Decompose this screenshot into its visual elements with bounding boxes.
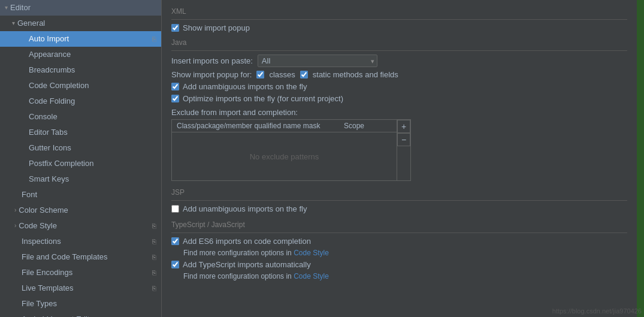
xml-show-import-popup-label: Show import popup [183, 23, 250, 32]
sidebar-item-font[interactable]: Font [0, 187, 161, 203]
general-chevron-icon: ▾ [12, 17, 15, 29]
color-scheme-chevron-icon: › [14, 204, 16, 216]
sidebar-item-live-templates[interactable]: Live Templates ⎘ [0, 280, 161, 296]
sidebar-item-appearance[interactable]: Appearance [0, 47, 161, 62]
sidebar-editor-tabs-label: Editor Tabs [29, 126, 68, 138]
sidebar-item-android-layout-editor[interactable]: Android Layout Editor [0, 312, 161, 317]
show-import-classes-checkbox[interactable] [256, 71, 264, 79]
sidebar-code-completion-label: Code Completion [29, 80, 89, 92]
exclude-table-header: Class/package/member qualified name mask… [172, 120, 397, 132]
table-col2: Scope [344, 122, 392, 130]
ts-section-label: TypeScript / JavaScript [171, 221, 627, 229]
ts-add-ts-row: Add TypeScript imports automatically [171, 260, 627, 269]
sidebar-code-style-label: Code Style [19, 220, 57, 232]
table-remove-button[interactable]: − [397, 133, 410, 146]
jsp-divider [171, 200, 627, 201]
sidebar-file-encodings-label: File Encodings [22, 267, 72, 279]
sidebar-live-templates-label: Live Templates [22, 282, 73, 294]
sidebar-item-general[interactable]: ▾ General [0, 16, 161, 31]
table-side-buttons: + − [397, 119, 411, 181]
ts-add-es6-row: Add ES6 imports on code completion [171, 237, 627, 246]
add-unambiguous-checkbox[interactable] [171, 83, 179, 90]
live-templates-copy-icon: ⎘ [152, 282, 156, 294]
file-code-templates-copy-icon: ⎘ [152, 251, 156, 263]
java-divider [171, 50, 627, 51]
show-import-static-label: static methods and fields [313, 70, 398, 79]
ts-add-es6-checkbox[interactable] [171, 237, 179, 245]
java-section-label: Java [171, 38, 627, 47]
settings-main-content: XML Show import popup Java Insert import… [162, 0, 637, 317]
exclude-table-body: No exclude patterns [172, 132, 397, 180]
sidebar-file-types-label: File Types [22, 298, 57, 310]
insert-imports-row: Insert imports on paste: All Ask None [171, 55, 627, 67]
exclude-table-wrapper: Class/package/member qualified name mask… [171, 119, 411, 181]
sidebar-item-code-folding[interactable]: Code Folding [0, 93, 161, 109]
sidebar-item-inspections[interactable]: Inspections ⎘ [0, 234, 161, 249]
copy-icon: ⎘ [152, 33, 156, 45]
sidebar-item-smart-keys[interactable]: Smart Keys [0, 171, 161, 187]
table-add-button[interactable]: + [397, 120, 410, 133]
watermark-text: https://blog.csdn.net/jia970426 [552, 307, 642, 315]
ts-section: TypeScript / JavaScript Add ES6 imports … [171, 221, 627, 280]
show-import-popup-label: Show import popup for: [171, 70, 252, 79]
sidebar-console-label: Console [29, 111, 58, 123]
code-style-copy-icon: ⎘ [152, 220, 156, 232]
ts-add-ts-checkbox[interactable] [171, 261, 179, 268]
xml-show-import-popup-checkbox[interactable] [171, 24, 179, 32]
xml-section-label: XML [171, 7, 627, 16]
sidebar-item-breadcrumbs[interactable]: Breadcrumbs [0, 62, 161, 78]
exclude-label: Exclude from import and completion: [171, 108, 298, 117]
table-col1: Class/package/member qualified name mask [177, 122, 344, 130]
xml-divider [171, 19, 627, 20]
sidebar-font-label: Font [22, 189, 37, 201]
sidebar-code-folding-label: Code Folding [29, 95, 75, 107]
optimize-imports-checkbox[interactable] [171, 95, 179, 102]
exclude-table: Class/package/member qualified name mask… [171, 119, 397, 181]
optimize-imports-label: Optimize imports on the fly (for current… [183, 94, 343, 103]
sidebar-item-console[interactable]: Console [0, 109, 161, 125]
ts-find-more1-row: Find more configuration options in Code … [183, 249, 627, 257]
sidebar-postfix-completion-label: Postfix Completion [29, 158, 93, 170]
sidebar-item-postfix-completion[interactable]: Postfix Completion [0, 156, 161, 171]
ts-find-more1-text: Find more configuration options in [183, 249, 292, 257]
jsp-add-unambiguous-label: Add unambiguous imports on the fly [183, 204, 307, 213]
settings-sidebar: ▾ Editor ▾ General Auto Import ⎘ Appeara… [0, 0, 162, 317]
sidebar-smart-keys-label: Smart Keys [29, 173, 69, 185]
editor-chevron-icon: ▾ [5, 2, 8, 14]
ts-add-ts-label: Add TypeScript imports automatically [183, 260, 311, 269]
sidebar-item-editor-tabs[interactable]: Editor Tabs [0, 125, 161, 140]
sidebar-item-auto-import[interactable]: Auto Import ⎘ [0, 31, 161, 47]
sidebar-breadcrumbs-label: Breadcrumbs [29, 64, 75, 76]
sidebar-item-code-style[interactable]: › Code Style ⎘ [0, 218, 161, 234]
sidebar-item-file-types[interactable]: File Types [0, 296, 161, 312]
sidebar-item-color-scheme[interactable]: › Color Scheme [0, 203, 161, 218]
sidebar-gutter-icons-label: Gutter Icons [29, 142, 71, 154]
add-unambiguous-row: Add unambiguous imports on the fly [171, 82, 627, 91]
insert-imports-select[interactable]: All Ask None [258, 55, 377, 67]
sidebar-item-code-completion[interactable]: Code Completion [0, 78, 161, 93]
sidebar-item-gutter-icons[interactable]: Gutter Icons [0, 140, 161, 156]
jsp-add-unambiguous-row: Add unambiguous imports on the fly [171, 204, 627, 213]
right-panel-stub [637, 0, 644, 317]
jsp-add-unambiguous-checkbox[interactable] [171, 205, 179, 213]
ts-code-style-link1[interactable]: Code Style [294, 249, 329, 257]
insert-imports-select-wrapper: All Ask None [258, 55, 377, 67]
sidebar-item-file-code-templates[interactable]: File and Code Templates ⎘ [0, 249, 161, 265]
ts-code-style-link2[interactable]: Code Style [294, 272, 329, 280]
ts-add-es6-label: Add ES6 imports on code completion [183, 237, 311, 246]
sidebar-file-code-templates-label: File and Code Templates [22, 251, 108, 263]
exclude-section: Exclude from import and completion: [171, 108, 627, 117]
xml-show-import-popup-row: Show import popup [171, 23, 627, 32]
sidebar-item-editor[interactable]: ▾ Editor [0, 0, 161, 16]
exclude-table-empty-text: No exclude patterns [250, 152, 319, 161]
code-style-chevron-icon: › [14, 220, 16, 232]
show-import-popup-row: Show import popup for: classes static me… [171, 70, 627, 79]
show-import-classes-label: classes [269, 70, 295, 79]
show-import-static-checkbox[interactable] [300, 71, 308, 79]
sidebar-inspections-label: Inspections [22, 236, 61, 247]
add-unambiguous-label: Add unambiguous imports on the fly [183, 82, 307, 91]
ts-find-more2-text: Find more configuration options in [183, 272, 292, 280]
sidebar-android-layout-editor-label: Android Layout Editor [22, 313, 96, 317]
jsp-section-label: JSP [171, 188, 627, 197]
sidebar-item-file-encodings[interactable]: File Encodings ⎘ [0, 265, 161, 280]
